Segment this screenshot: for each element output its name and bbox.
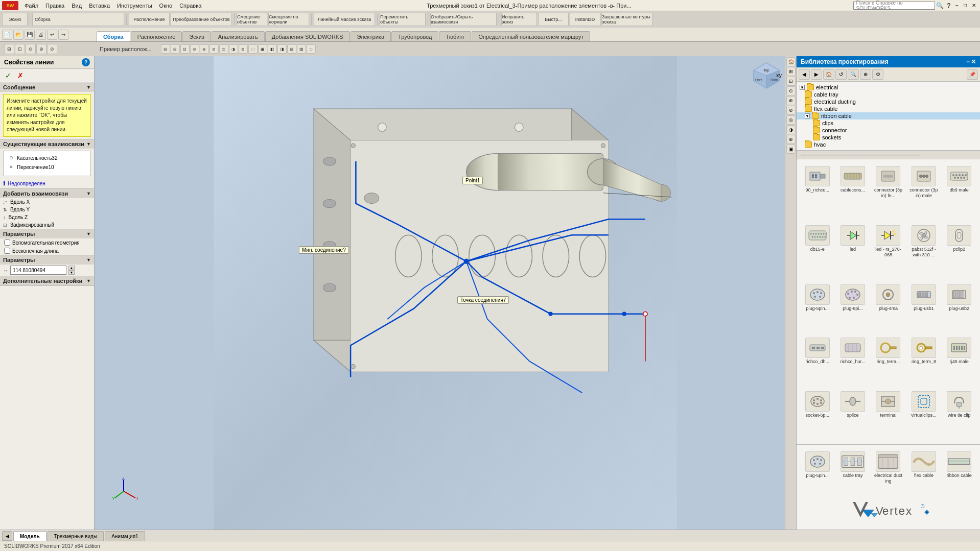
parameters-header2[interactable]: Параметры ▼ — [0, 255, 94, 265]
bottom-icon-ribbon_cable_b[interactable]: ribbon cable — [943, 449, 976, 487]
bottom-icon-cable_tray_b[interactable]: cable tray — [836, 449, 869, 487]
add-relations-header[interactable]: Добавить взаимосвязи ▼ — [0, 189, 94, 198]
quick-btn[interactable]: Быстр... — [538, 13, 569, 26]
rel-along-z[interactable]: ↕ Вдоль Z — [0, 213, 94, 221]
model-tab-prev-btn[interactable]: ◀ — [2, 531, 12, 541]
closed-contour-btn[interactable]: Закрашенные контуры эскиза — [601, 13, 652, 26]
aux-geometry-checkbox[interactable] — [4, 239, 10, 246]
open-btn[interactable]: 📂 — [13, 30, 24, 40]
menu-file[interactable]: Файл — [21, 2, 41, 10]
view-btn2[interactable]: ⊞ — [171, 44, 180, 54]
view-btn9[interactable]: ⊛ — [239, 44, 248, 54]
search-input[interactable]: Поиск в Справке по SOLIDWORKS — [853, 2, 935, 10]
view-btn12[interactable]: ◧ — [268, 44, 277, 54]
lib-back-btn[interactable]: ◀ — [799, 69, 810, 80]
lib-pin-btn[interactable]: 📌 — [967, 69, 978, 80]
menu-help[interactable]: Справка — [176, 2, 204, 10]
relations-header[interactable]: Существующие взаимосвязи ▼ — [0, 139, 94, 149]
tab-custom-route[interactable]: Определенный пользователем маршрут — [472, 31, 590, 41]
icon-item-led_rs276[interactable]: led - rs_276-068 — [872, 223, 905, 280]
tb2-btn3[interactable]: ⊙ — [26, 44, 36, 54]
linear-mass-btn[interactable]: Линейный массив эскиза — [314, 13, 375, 26]
view-btn16[interactable]: □ — [307, 44, 316, 54]
new-btn[interactable]: 📄 — [2, 30, 12, 40]
trim-btn[interactable]: Расположение — [129, 13, 170, 26]
ok-button[interactable]: ✓ — [3, 70, 13, 81]
ribbon-expander[interactable]: ▼ — [805, 113, 810, 118]
view-btn11[interactable]: ▣ — [258, 44, 267, 54]
help-btn[interactable]: ? — [945, 2, 952, 9]
infinite-length-checkbox[interactable] — [4, 248, 10, 254]
parameters-header[interactable]: Параметры ▼ — [0, 229, 94, 238]
tree-cable-tray[interactable]: cable tray — [797, 91, 980, 98]
menu-insert[interactable]: Вставка — [86, 2, 113, 10]
icon-item-socket_6p[interactable]: socket-6p... — [801, 389, 834, 440]
side-icon-2[interactable]: ⊞ — [786, 67, 796, 76]
view-btn15[interactable]: ▥ — [297, 44, 306, 54]
model-tab-model[interactable]: Модель — [13, 531, 46, 541]
tb2-btn1[interactable]: ⊞ — [4, 44, 14, 54]
cancel-button[interactable]: ✗ — [15, 70, 26, 81]
icon-item-ring_term_8[interactable]: ring_term_8 — [907, 335, 940, 387]
message-header[interactable]: Сообщение ▼ — [0, 83, 94, 92]
bottom-icon-flex_cable_b[interactable]: flex cable — [907, 449, 940, 487]
side-icon-6[interactable]: ⊘ — [786, 106, 796, 115]
root-expander[interactable]: ▼ — [800, 85, 805, 90]
menu-tools[interactable]: Инструменты — [114, 2, 155, 10]
icon-item-db9_male[interactable]: db9 male — [943, 163, 976, 221]
icon-item-plug_usb2[interactable]: plug-usb2 — [943, 282, 976, 333]
side-icon-8[interactable]: ◑ — [786, 125, 796, 134]
side-icon-9[interactable]: ⊛ — [786, 135, 796, 144]
tab-analyze[interactable]: Анализировать — [212, 31, 265, 41]
search-icon[interactable]: 🔍 — [936, 2, 944, 9]
rel-along-x[interactable]: ⇌ Вдоль X — [0, 198, 94, 206]
spin-up-btn[interactable]: ▲ — [68, 266, 75, 270]
close-btn[interactable]: ✕ — [970, 3, 978, 8]
tree-ribbon-cable[interactable]: ▼ ribbon cable — [797, 112, 980, 119]
icon-item-richco_hur[interactable]: richco_hur... — [836, 335, 869, 387]
icon-item-plug_6pin[interactable]: plug-6pi... — [836, 282, 869, 333]
sketch-btn[interactable]: Эскиз — [2, 13, 28, 26]
lib-settings-btn[interactable]: ⚙ — [872, 69, 883, 80]
fix-sketch-btn[interactable]: Исправить эскиз — [501, 13, 537, 26]
extra-settings-header[interactable]: Дополнительные настройки ▼ — [0, 276, 94, 285]
tree-flex-cable[interactable]: flex cable — [797, 105, 980, 112]
save-btn[interactable]: 💾 — [25, 30, 35, 40]
view-btn3[interactable]: ⊡ — [180, 44, 190, 54]
tab-sketch[interactable]: Эскиз — [182, 31, 211, 41]
tree-sockets[interactable]: sockets — [797, 134, 980, 141]
view-btn4[interactable]: ⊙ — [190, 44, 199, 54]
icon-item-virtualclips[interactable]: virtualclips... — [907, 389, 940, 440]
lib-forward-btn[interactable]: ▶ — [811, 69, 822, 80]
menu-window[interactable]: Окно — [156, 2, 176, 10]
undo-btn[interactable]: ↩ — [47, 30, 57, 40]
view-btn8[interactable]: ◑ — [229, 44, 238, 54]
side-icon-1[interactable]: 🏠 — [786, 57, 796, 66]
tab-assembly[interactable]: Сборка — [97, 31, 130, 41]
tree-root[interactable]: ▼ electrical — [797, 84, 980, 91]
maximize-btn[interactable]: □ — [962, 3, 969, 8]
minimize-btn[interactable]: − — [953, 3, 961, 8]
display-relations-btn[interactable]: Отобразить/Скрыть взаимосвязи — [430, 13, 497, 26]
tab-sw-additions[interactable]: Добавления SOLIDWORKS — [265, 31, 350, 41]
move-btn[interactable]: Переместить объекты — [380, 13, 426, 26]
auto-dimension-btn[interactable]: Сборка — [32, 13, 124, 26]
spin-down-btn[interactable]: ▼ — [68, 270, 75, 275]
tree-clips[interactable]: clips — [797, 119, 980, 127]
view-btn6[interactable]: ⊘ — [209, 44, 219, 54]
icon-item-ring_term[interactable]: ring_term... — [872, 335, 905, 387]
lib-home-btn[interactable]: 🏠 — [823, 69, 834, 80]
bottom-icon-plug5_b[interactable]: plug-5pin... — [801, 449, 834, 487]
icon-item-connector_3pin_male[interactable]: connector (3pin) male — [907, 163, 940, 221]
icon-item-wire_tie_clip[interactable]: wire tie clip — [943, 389, 976, 440]
icon-item-plug_5pin[interactable]: plug-5pin... — [801, 282, 834, 333]
menu-edit[interactable]: Правка — [42, 2, 67, 10]
tb2-btn5[interactable]: ⊘ — [47, 44, 57, 54]
transform-btn[interactable]: Преобразование объектов — [171, 13, 232, 26]
view-btn13[interactable]: ◨ — [277, 44, 287, 54]
tb2-btn4[interactable]: ⊕ — [36, 44, 46, 54]
tab-tubing[interactable]: Тюбинг — [439, 31, 471, 41]
instant2d-btn[interactable]: Instant2D — [570, 13, 600, 26]
param-input-field[interactable] — [10, 266, 66, 275]
icon-item-pclip2[interactable]: pclip2 — [943, 223, 976, 280]
